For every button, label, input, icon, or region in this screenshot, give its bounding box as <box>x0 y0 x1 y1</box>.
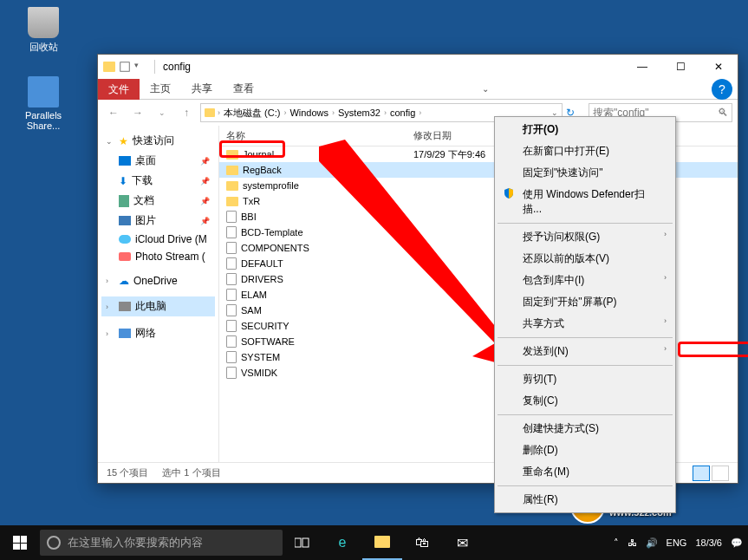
nav-pictures[interactable]: 图片📌 <box>101 211 215 231</box>
desktop-parallels[interactable]: Parallels Share... <box>17 76 69 131</box>
start-button[interactable] <box>0 525 40 560</box>
titlebar[interactable]: ▾ config — ☐ ✕ <box>98 55 738 79</box>
tray-ime[interactable]: ENG <box>667 537 687 548</box>
file-icon <box>226 211 237 223</box>
menu-rename[interactable]: 重命名(M) <box>497 461 673 483</box>
context-menu: 打开(O) 在新窗口中打开(E) 固定到"快速访问" 使用 Windows De… <box>494 116 676 513</box>
navigation-pane: ⌄★快速访问 桌面📌 ⬇下载📌 文档📌 图片📌 iCloud Drive (M … <box>98 126 219 462</box>
file-name: BCD-Template <box>241 227 303 238</box>
file-name: SYSTEM <box>241 352 280 362</box>
folder-icon <box>226 166 238 175</box>
folder-icon <box>374 536 390 548</box>
recycle-bin-label: 回收站 <box>17 41 69 54</box>
address-folder-icon <box>205 108 215 117</box>
tray-network-icon[interactable]: 🖧 <box>628 537 637 548</box>
file-icon <box>226 351 237 363</box>
star-icon: ★ <box>119 135 128 147</box>
tray-notifications-icon[interactable]: 💬 <box>731 537 743 549</box>
taskbar: 在这里输入你要搜索的内容 e 🛍 ✉ ˄ 🖧 🔊 ENG 18/3/6 💬 <box>0 525 748 560</box>
qat-properties-icon[interactable] <box>119 61 131 73</box>
photostream-icon <box>119 252 131 261</box>
nav-desktop[interactable]: 桌面📌 <box>101 151 215 171</box>
pc-icon <box>119 302 131 311</box>
tray-volume-icon[interactable]: 🔊 <box>646 537 658 549</box>
nav-downloads[interactable]: ⬇下载📌 <box>101 171 215 191</box>
file-name: systemprofile <box>243 180 299 191</box>
nav-up-button[interactable]: ↑ <box>176 102 197 123</box>
ribbon-view-tab[interactable]: 查看 <box>223 78 264 100</box>
taskbar-mail[interactable]: ✉ <box>442 525 482 560</box>
menu-open[interactable]: 打开(O) <box>497 119 673 140</box>
ribbon-expand-icon[interactable]: ⌄ <box>482 84 494 94</box>
nav-back-button[interactable]: ← <box>103 102 124 123</box>
file-icon <box>226 289 237 301</box>
maximize-button[interactable]: ☐ <box>661 55 699 79</box>
parallels-label: Parallels Share... <box>17 110 69 131</box>
menu-cut[interactable]: 剪切(T) <box>497 368 673 390</box>
qat-menu-icon[interactable]: ▾ <box>134 61 146 73</box>
menu-pin-quick[interactable]: 固定到"快速访问" <box>497 162 673 184</box>
nav-onedrive[interactable]: ›☁OneDrive <box>101 272 215 290</box>
menu-restore[interactable]: 还原以前的版本(V) <box>497 248 673 270</box>
menu-pin-start[interactable]: 固定到"开始"屏幕(P) <box>497 291 673 313</box>
crumb-config[interactable]: config <box>387 107 419 118</box>
menu-shortcut[interactable]: 创建快捷方式(S) <box>497 418 673 440</box>
menu-share[interactable]: 共享方式› <box>497 313 673 335</box>
nav-history-button[interactable]: ⌄ <box>152 102 172 123</box>
chevron-right-icon: › <box>664 230 667 238</box>
task-view-button[interactable] <box>283 525 322 560</box>
menu-delete[interactable]: 删除(D) <box>497 440 673 461</box>
view-icons-button[interactable] <box>712 466 729 481</box>
nav-icloud[interactable]: iCloud Drive (M <box>101 231 215 248</box>
menu-properties[interactable]: 属性(R) <box>497 489 673 511</box>
menu-copy[interactable]: 复制(C) <box>497 390 673 412</box>
file-icon <box>226 273 237 285</box>
file-icon <box>226 320 237 332</box>
tray-date[interactable]: 18/3/6 <box>695 537 722 548</box>
column-name[interactable]: 名称 <box>219 126 407 146</box>
ribbon-file-tab[interactable]: 文件 <box>98 79 140 100</box>
nav-forward-button[interactable]: → <box>127 102 148 123</box>
file-name: Journal <box>243 149 274 160</box>
onedrive-icon: ☁ <box>119 275 129 287</box>
menu-grant[interactable]: 授予访问权限(G)› <box>497 226 673 248</box>
search-placeholder: 在这里输入你要搜索的内容 <box>68 535 203 550</box>
pictures-icon <box>119 216 131 225</box>
ribbon-help-button[interactable]: ? <box>712 79 732 100</box>
nav-documents[interactable]: 文档📌 <box>101 191 215 211</box>
ribbon-home-tab[interactable]: 主页 <box>140 78 181 100</box>
taskbar-explorer[interactable] <box>362 525 402 560</box>
taskbar-store[interactable]: 🛍 <box>402 525 442 560</box>
file-name: ELAM <box>241 290 267 300</box>
ribbon-share-tab[interactable]: 共享 <box>181 78 223 100</box>
nav-network[interactable]: ›网络 <box>101 323 215 343</box>
close-button[interactable]: ✕ <box>699 55 738 79</box>
crumb-system32[interactable]: System32 <box>335 107 384 118</box>
chevron-right-icon: › <box>664 344 667 353</box>
menu-include[interactable]: 包含到库中(I)› <box>497 270 673 291</box>
nav-this-pc[interactable]: ›此电脑 <box>101 296 215 316</box>
parallels-icon <box>28 76 59 107</box>
view-details-button[interactable] <box>693 466 710 481</box>
menu-open-new[interactable]: 在新窗口中打开(E) <box>497 140 673 162</box>
menu-sendto[interactable]: 发送到(N)› <box>497 341 673 362</box>
nav-quick-access[interactable]: ⌄★快速访问 <box>101 131 215 151</box>
document-icon <box>119 195 129 207</box>
shield-icon <box>503 187 515 199</box>
desktop-recycle-bin[interactable]: 回收站 <box>17 7 69 54</box>
crumb-drive[interactable]: 本地磁盘 (C:) <box>220 107 283 120</box>
menu-defender[interactable]: 使用 Windows Defender扫描... <box>497 184 673 220</box>
nav-photostream[interactable]: Photo Stream ( <box>101 248 215 265</box>
tray-chevron-up-icon[interactable]: ˄ <box>614 537 619 549</box>
network-icon <box>119 329 131 338</box>
file-name: TxR <box>243 196 260 206</box>
system-tray: ˄ 🖧 🔊 ENG 18/3/6 💬 <box>614 537 748 549</box>
taskbar-edge[interactable]: e <box>322 525 362 560</box>
mail-icon: ✉ <box>457 535 468 551</box>
minimize-button[interactable]: — <box>623 55 661 79</box>
crumb-windows[interactable]: Windows <box>286 107 332 118</box>
search-bar[interactable]: 在这里输入你要搜索的内容 <box>40 530 283 556</box>
cortana-icon <box>47 536 61 550</box>
window-folder-icon <box>103 62 115 72</box>
edge-icon: e <box>339 535 347 550</box>
